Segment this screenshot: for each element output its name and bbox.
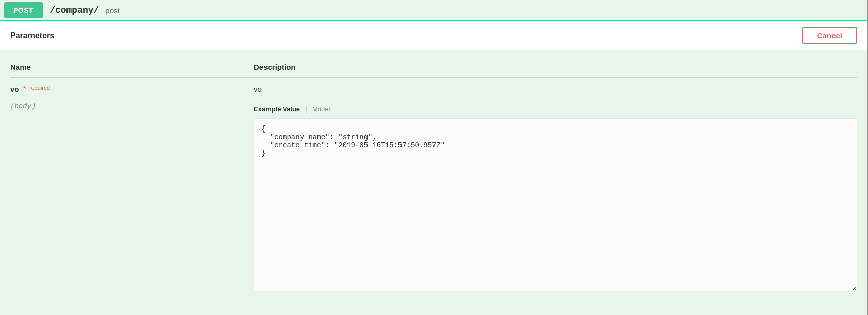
parameter-name-cell: vo * required (body) xyxy=(10,85,254,110)
parameter-name: vo xyxy=(10,85,19,93)
tab-model[interactable]: Model xyxy=(312,105,330,113)
parameter-in: (body) xyxy=(10,102,254,110)
endpoint-summary: post xyxy=(105,6,119,15)
cancel-button[interactable]: Cancel xyxy=(802,27,857,44)
parameters-bar: Parameters Cancel xyxy=(0,21,867,50)
parameters-title: Parameters xyxy=(10,31,54,40)
column-header-name: Name xyxy=(10,62,254,71)
tab-example-value[interactable]: Example Value xyxy=(254,105,300,113)
parameters-table: Name Description vo * required (body) vo… xyxy=(0,50,867,299)
endpoint-path: /company/ xyxy=(50,5,99,15)
required-star: * xyxy=(23,85,26,93)
api-operation-panel: POST /company/ post Parameters Cancel Na… xyxy=(0,0,868,315)
parameters-table-header: Name Description xyxy=(10,62,857,78)
parameter-row: vo * required (body) vo Example Value | … xyxy=(10,85,857,293)
parameter-description-cell: vo Example Value | Model xyxy=(254,85,857,293)
required-label: required xyxy=(29,85,50,91)
operation-header[interactable]: POST /company/ post xyxy=(0,0,867,21)
request-body-textarea[interactable] xyxy=(254,118,857,291)
body-tabs: Example Value | Model xyxy=(254,105,857,113)
parameter-description: vo xyxy=(254,85,857,93)
column-header-description: Description xyxy=(254,62,857,71)
http-method-badge: POST xyxy=(4,2,43,18)
tab-separator: | xyxy=(305,105,307,113)
